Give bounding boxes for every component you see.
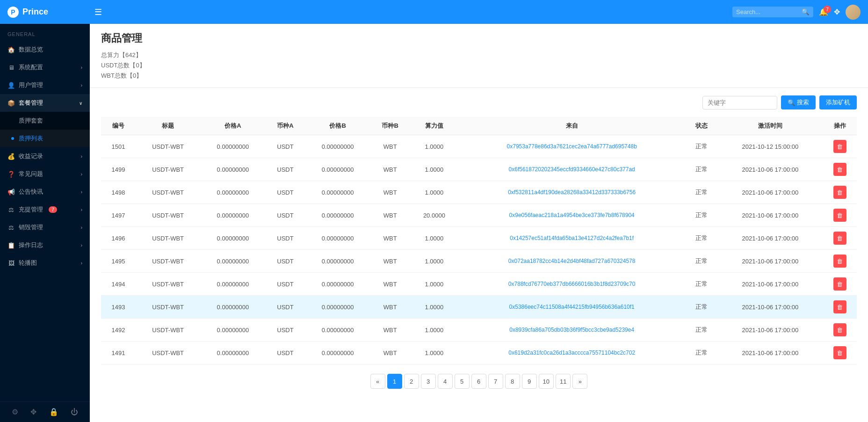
- sidebar-item-recharge[interactable]: ⚖ 充提管理 7 ›: [0, 201, 90, 218]
- cell-coin-a: USDT: [266, 319, 305, 342]
- header-search-icon[interactable]: 🔍: [802, 8, 810, 15]
- header-right: 🔍 🔔 7 ✥: [732, 5, 861, 20]
- delete-btn[interactable]: 🗑: [833, 163, 846, 176]
- sidebar-item-sys-config[interactable]: 🖥 系统配置 ›: [0, 58, 90, 76]
- sidebar-item-income[interactable]: 💰 收益记录 ›: [0, 147, 90, 165]
- delete-btn[interactable]: 🗑: [833, 232, 846, 245]
- cell-time: 2021-10-06 17:00:00: [717, 342, 823, 364]
- add-machine-button[interactable]: 添加矿机: [819, 95, 857, 109]
- sidebar-item-sales[interactable]: ⚖ 销毁管理 ›: [0, 218, 90, 236]
- cell-from: 0xf532811a4df190dea28268a33412d337333b67…: [458, 181, 685, 204]
- cell-status: 正常: [685, 135, 717, 158]
- delete-btn[interactable]: 🗑: [833, 255, 846, 268]
- logo-text: Prince: [22, 7, 48, 17]
- table-row: 1492 USDT-WBT 0.00000000 USDT 0.00000000…: [101, 319, 857, 342]
- page-btn-5[interactable]: 5: [455, 374, 470, 389]
- sidebar-label-data-overview: 数据总览: [19, 45, 43, 54]
- page-btn-1[interactable]: 1: [387, 374, 402, 389]
- delete-btn[interactable]: 🗑: [833, 300, 846, 313]
- table-row: 1491 USDT-WBT 0.00000000 USDT 0.00000000…: [101, 342, 857, 364]
- cell-price-b: 0.00000000: [305, 342, 370, 364]
- cell-action: 🗑: [823, 273, 857, 296]
- cell-hashrate: 1.0000: [410, 273, 459, 296]
- footer-lock-btn[interactable]: 🔒: [49, 407, 58, 416]
- arrow-icon-carousel: ›: [81, 261, 82, 266]
- notification-btn[interactable]: 🔔 7: [819, 7, 828, 16]
- page-btn-2[interactable]: 2: [404, 374, 419, 389]
- sidebar-item-user-mgmt[interactable]: 👤 用户管理 ›: [0, 76, 90, 94]
- sidebar-item-oplog[interactable]: 📋 操作日志 ›: [0, 236, 90, 254]
- footer-expand-btn[interactable]: ✥: [30, 407, 36, 416]
- cell-action: 🗑: [823, 135, 857, 158]
- sidebar-item-announcement[interactable]: 📢 公告快讯 ›: [0, 183, 90, 201]
- cell-price-a: 0.00000000: [200, 273, 266, 296]
- cell-id: 1491: [101, 342, 136, 364]
- footer-settings-btn[interactable]: ⚙: [12, 407, 18, 416]
- hamburger-btn[interactable]: ☰: [94, 7, 102, 17]
- page-btn-11[interactable]: 11: [556, 374, 571, 389]
- cell-from: 0x5386eec74c11508a4f44215fb94956b636a610…: [458, 296, 685, 319]
- cell-status: 正常: [685, 250, 717, 273]
- cell-status: 正常: [685, 227, 717, 250]
- cell-coin-b: WBT: [370, 250, 410, 273]
- cell-price-b: 0.00000000: [305, 250, 370, 273]
- sidebar-item-pledge-package[interactable]: 质押套套: [0, 112, 90, 130]
- delete-btn[interactable]: 🗑: [833, 346, 846, 359]
- page-btn-9[interactable]: 9: [522, 374, 537, 389]
- cell-coin-a: USDT: [266, 273, 305, 296]
- arrow-icon-package: ∨: [79, 101, 82, 106]
- sidebar-item-data-overview[interactable]: 🏠 数据总览: [0, 41, 90, 58]
- delete-btn[interactable]: 🗑: [833, 209, 846, 222]
- announcement-icon: 📢: [7, 189, 15, 196]
- page-btn-10[interactable]: 10: [539, 374, 554, 389]
- cell-time: 2021-10-06 17:00:00: [717, 250, 823, 273]
- cell-price-b: 0.00000000: [305, 135, 370, 158]
- delete-btn[interactable]: 🗑: [833, 323, 846, 336]
- table-body: 1501 USDT-WBT 0.00000000 USDT 0.00000000…: [101, 135, 857, 364]
- table-row: 1498 USDT-WBT 0.00000000 USDT 0.00000000…: [101, 181, 857, 204]
- page-prev-btn[interactable]: «: [370, 374, 385, 389]
- footer-power-btn[interactable]: ⏻: [71, 408, 78, 416]
- top-header: Prince ☰ 🔍 🔔 7 ✥: [0, 0, 868, 24]
- delete-btn[interactable]: 🗑: [833, 140, 846, 153]
- cell-title: USDT-WBT: [136, 342, 200, 364]
- search-input[interactable]: [736, 8, 802, 15]
- col-hashrate: 算力值: [410, 117, 459, 135]
- table-row: 1497 USDT-WBT 0.00000000 USDT 0.00000000…: [101, 204, 857, 227]
- cell-status: 正常: [685, 158, 717, 181]
- delete-btn[interactable]: 🗑: [833, 186, 846, 199]
- content-body: 🔍 搜索 添加矿机 编号 标题 价格A 币种A 价格B 币种B 算力值 来自: [90, 88, 868, 422]
- col-title: 标题: [136, 117, 200, 135]
- col-from: 来自: [458, 117, 685, 135]
- page-next-btn[interactable]: »: [572, 374, 587, 389]
- cell-price-a: 0.00000000: [200, 135, 266, 158]
- search-btn-label: 搜索: [797, 98, 809, 107]
- page-btn-6[interactable]: 6: [471, 374, 486, 389]
- sidebar-label-pledge-package: 质押套套: [19, 116, 43, 125]
- sidebar-item-faq[interactable]: ❓ 常见问题 ›: [0, 165, 90, 183]
- delete-btn[interactable]: 🗑: [833, 277, 846, 291]
- cell-price-b: 0.00000000: [305, 296, 370, 319]
- search-button[interactable]: 🔍 搜索: [781, 95, 816, 109]
- table-header: 编号 标题 价格A 币种A 价格B 币种B 算力值 来自 状态 激活时间 操作: [101, 117, 857, 135]
- monitor-icon: 🖥: [7, 64, 15, 71]
- cell-from: 0x8939cfa86a705db03b36f9f5bcc3cbe9ad5239…: [458, 319, 685, 342]
- sidebar-item-pledge-list[interactable]: 质押列表: [0, 130, 90, 147]
- cell-time: 2021-10-06 17:00:00: [717, 273, 823, 296]
- cell-time: 2021-10-06 17:00:00: [717, 227, 823, 250]
- cell-hashrate: 20.0000: [410, 204, 459, 227]
- page-btn-8[interactable]: 8: [505, 374, 520, 389]
- keyword-input[interactable]: [702, 96, 777, 109]
- arrow-icon-oplog: ›: [81, 243, 82, 248]
- page-btn-3[interactable]: 3: [421, 374, 436, 389]
- cell-title: USDT-WBT: [136, 181, 200, 204]
- avatar[interactable]: [846, 5, 861, 20]
- cell-title: USDT-WBT: [136, 204, 200, 227]
- package-icon: 📦: [7, 100, 15, 107]
- sidebar-item-carousel[interactable]: 🖼 轮播图 ›: [0, 254, 90, 272]
- cell-coin-a: USDT: [266, 250, 305, 273]
- page-btn-4[interactable]: 4: [438, 374, 453, 389]
- sidebar-item-package-mgmt[interactable]: 📦 套餐管理 ∨: [0, 94, 90, 112]
- expand-btn[interactable]: ✥: [834, 7, 840, 16]
- page-btn-7[interactable]: 7: [488, 374, 503, 389]
